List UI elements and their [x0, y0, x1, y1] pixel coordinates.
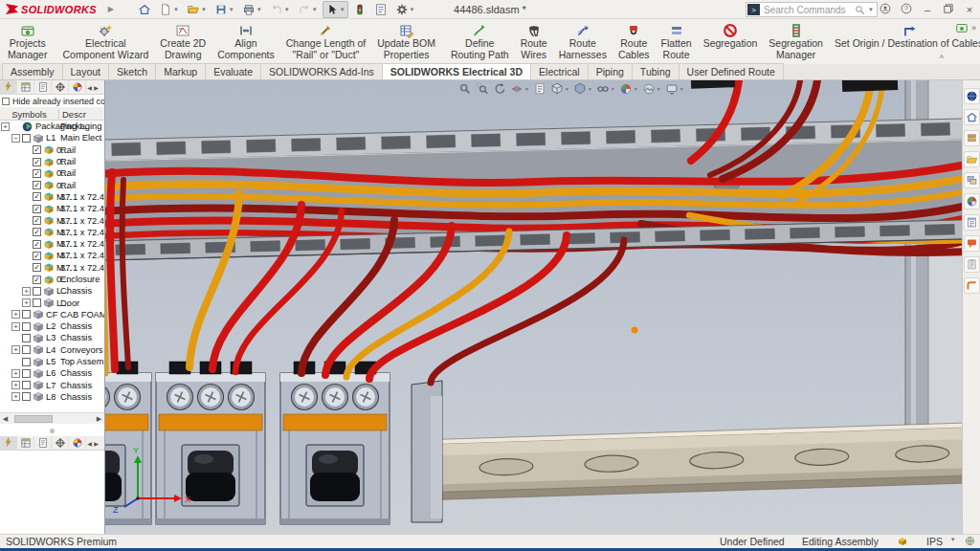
tree-row-m-37-1-x-72-4[interactable]: ✓M...37.1 x 72.4: [0, 227, 104, 238]
insert-checkbox[interactable]: [22, 392, 31, 401]
tree-row-m-37-1-x-72-4[interactable]: ✓M...37.1 x 72.4: [0, 238, 104, 250]
tree-row-m-37-1-x-72-4[interactable]: ✓M...37.1 x 72.4: [0, 250, 104, 261]
units-caret-icon[interactable]: ▾: [951, 536, 955, 543]
view-settings-icon[interactable]: ▼: [664, 82, 685, 96]
tab-evaluate[interactable]: Evaluate: [205, 63, 261, 79]
segregation-button[interactable]: Segregation: [698, 19, 764, 63]
tree-row-l6-chassis[interactable]: +L6Chassis: [0, 367, 104, 379]
insert-checkbox[interactable]: ✓: [33, 181, 41, 189]
expand-toggle-icon[interactable]: −: [11, 134, 20, 143]
electrical-component-wizard-button[interactable]: ElectricalComponent Wizard: [56, 19, 154, 63]
electrical-manager-tab[interactable]: [0, 80, 17, 95]
scroll-right-icon[interactable]: ▶: [94, 415, 104, 423]
hide-show-items-icon[interactable]: ▼: [595, 82, 616, 96]
solidworks-forum-icon[interactable]: [964, 235, 980, 252]
configuration-manager-tab[interactable]: [52, 436, 69, 451]
route-harnesses-button[interactable]: RouteHarnesses: [553, 19, 612, 63]
insert-checkbox[interactable]: ✓: [33, 276, 41, 284]
tab-layout[interactable]: Layout: [62, 63, 110, 79]
expand-toggle-icon[interactable]: +: [1, 122, 10, 131]
previous-view-icon[interactable]: [492, 82, 507, 96]
tree-row-m-37-1-x-72-4[interactable]: ✓M...37.1 x 72.4: [0, 214, 104, 226]
appearances-scenes-icon[interactable]: [964, 193, 980, 209]
custom-properties-icon[interactable]: [964, 214, 980, 231]
save-icon[interactable]: ▼: [212, 1, 237, 18]
tags-globe-icon[interactable]: [965, 536, 975, 548]
select-icon[interactable]: ▼: [323, 1, 348, 18]
scrollbar-thumb[interactable]: [14, 415, 53, 423]
insert-checkbox[interactable]: ✓: [33, 205, 41, 213]
insert-checkbox[interactable]: ✓: [33, 240, 41, 249]
panel-scroll-left-icon[interactable]: ◀: [86, 84, 93, 91]
tab-assembly[interactable]: Assembly: [2, 63, 63, 79]
expand-toggle-icon[interactable]: +: [11, 345, 20, 354]
expand-toggle-icon[interactable]: +: [11, 381, 20, 389]
print-icon[interactable]: ▼: [239, 1, 265, 18]
insert-checkbox[interactable]: [22, 334, 31, 342]
insert-checkbox[interactable]: ✓: [33, 263, 41, 272]
tree-row-l8-chassis[interactable]: +L8Chassis: [0, 391, 104, 403]
tree-row-0-rail[interactable]: ✓0...Rail: [0, 156, 104, 167]
tree-row-l4-conveyors[interactable]: +L4Conveyors: [0, 344, 104, 356]
graphics-area-3d[interactable]: X Y Z ▼▼▼▼▼▼▼: [105, 80, 962, 534]
circuit-breakers[interactable]: [105, 362, 390, 524]
featuremanager-tree-tab[interactable]: [17, 80, 34, 95]
ribbon-overflow[interactable]: »: [955, 21, 976, 34]
search-commands-box[interactable]: > Search Commands ▼: [746, 2, 878, 17]
tree-row-packagingi-packaging[interactable]: +Packaging I...Packaging: [0, 121, 104, 132]
define-routing-path-button[interactable]: DefineRouting Path: [445, 19, 515, 63]
search-caret-icon[interactable]: ▼: [868, 7, 874, 12]
insert-checkbox[interactable]: [22, 358, 31, 366]
routing-library-icon[interactable]: [964, 277, 980, 294]
rebuild-icon[interactable]: [350, 1, 369, 18]
section-view-icon[interactable]: ▼: [509, 82, 530, 96]
tab-tubing[interactable]: Tubing: [632, 63, 679, 79]
scroll-left-icon[interactable]: ◀: [0, 415, 11, 423]
insert-checkbox[interactable]: ✓: [33, 216, 41, 225]
tree-row-m-37-1-x-72-4[interactable]: ✓M...37.1 x 72.4: [0, 262, 104, 274]
undo-icon[interactable]: ▼: [267, 1, 293, 18]
create-2d-drawing-button[interactable]: Create 2DDrawing: [154, 19, 212, 63]
units-label[interactable]: IPS: [926, 536, 943, 547]
expand-toggle-icon[interactable]: +: [22, 287, 31, 296]
options-icon[interactable]: ▼: [392, 1, 418, 18]
home-icon[interactable]: [964, 109, 980, 125]
search-icon[interactable]: [855, 5, 865, 15]
view-orientation-icon[interactable]: ▼: [549, 82, 570, 96]
display-style-icon[interactable]: ▼: [572, 82, 593, 96]
insert-checkbox[interactable]: ✓: [33, 252, 41, 260]
apply-scene-icon[interactable]: ▼: [641, 82, 662, 96]
insert-checkbox[interactable]: [22, 369, 31, 378]
display-manager-tab[interactable]: [69, 80, 86, 95]
tab-user-defined-route[interactable]: User Defined Route: [679, 63, 784, 79]
property-manager-tab[interactable]: [34, 80, 52, 95]
insert-checkbox[interactable]: [22, 322, 31, 331]
design-library-icon[interactable]: [964, 130, 980, 146]
tab-solidworks-add-ins[interactable]: SOLIDWORKS Add-Ins: [260, 63, 383, 79]
insert-checkbox[interactable]: ✓: [33, 228, 41, 236]
redo-icon[interactable]: ▼: [295, 1, 321, 18]
route-wires-button[interactable]: RouteWires: [515, 19, 553, 63]
insert-checkbox[interactable]: ✓: [33, 192, 41, 201]
flatten-route-button[interactable]: FlattenRoute: [656, 19, 698, 63]
user-account-icon[interactable]: [875, 3, 896, 16]
panel-splitter-handle[interactable]: [50, 429, 55, 433]
tree-row-m-37-1-x-72-4[interactable]: ✓M...37.1 x 72.4: [0, 203, 104, 214]
insert-checkbox[interactable]: [22, 381, 31, 389]
tab-sketch[interactable]: Sketch: [108, 63, 156, 79]
assembly-3d-scene[interactable]: X Y Z: [105, 80, 962, 534]
update-bom-properties-button[interactable]: Update BOMProperties: [371, 19, 441, 63]
tab-solidworks-electrical-3d[interactable]: SOLIDWORKS Electrical 3D: [382, 63, 531, 79]
insert-checkbox[interactable]: [22, 134, 31, 143]
zoom-to-area-icon[interactable]: [475, 82, 490, 96]
tree-row-0-rail[interactable]: ✓0...Rail: [0, 179, 104, 190]
minimize-button[interactable]: –: [917, 4, 938, 15]
tree-row-0-rail[interactable]: ✓0...Rail: [0, 144, 104, 156]
electrical-manager-tab[interactable]: [0, 436, 17, 451]
tree-row-0-enclosure[interactable]: ✓0...Enclosure: [0, 274, 104, 285]
tree-row-l3-chassis[interactable]: L3Chassis: [0, 332, 104, 343]
process-plans-icon[interactable]: [964, 256, 980, 273]
tree-horizontal-scrollbar[interactable]: ◀ ▶: [0, 412, 104, 424]
dynamic-annotation-views-icon[interactable]: [532, 82, 547, 96]
routing-point-marker[interactable]: [632, 327, 638, 334]
